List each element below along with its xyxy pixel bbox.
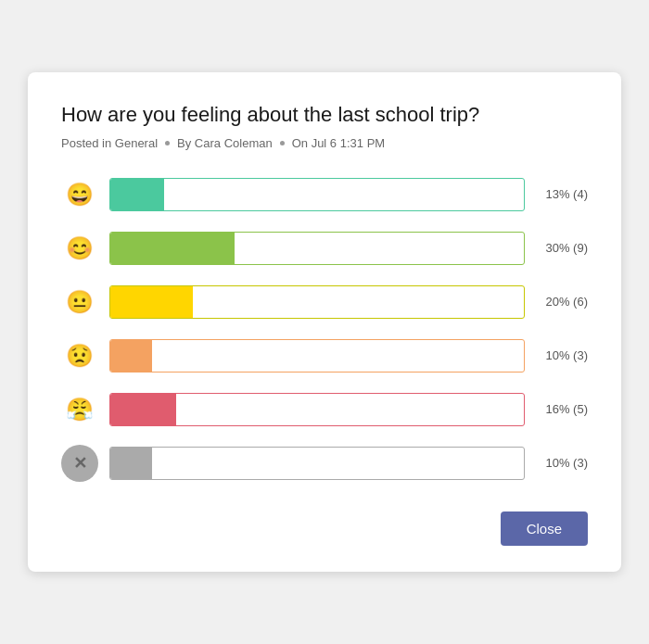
sad-emoji: 😟 [61,337,98,374]
bar-fill [110,179,164,210]
meta-by: By Cara Coleman [177,136,273,150]
none-emoji: ✕ [61,445,98,482]
bar-label: 13% (4) [536,187,588,201]
neutral-emoji: 😐 [61,284,98,321]
bar-label: 16% (5) [536,402,588,416]
poll-row: 😄13% (4) [61,176,588,213]
angry-emoji: 😤 [61,391,98,428]
bar-label: 10% (3) [536,456,588,470]
meta-dot-2 [280,141,285,145]
bar-fill [110,448,152,479]
bar-container [109,178,525,211]
meta-posted: Posted in General [61,136,158,150]
poll-row: 😊30% (9) [61,230,588,267]
poll-row: 😟10% (3) [61,337,588,374]
very-happy-emoji: 😄 [61,176,98,213]
bar-container [109,393,525,426]
poll-footer: Close [61,511,588,546]
bar-container [109,285,525,319]
bar-container [109,339,525,373]
close-button[interactable]: Close [501,511,588,546]
bar-label: 20% (6) [536,295,588,309]
bar-container [109,447,525,480]
meta-on: On Jul 6 1:31 PM [292,136,385,150]
bar-label: 30% (9) [536,241,588,255]
poll-row: 😤16% (5) [61,391,588,428]
bar-container [109,232,525,265]
happy-emoji: 😊 [61,230,98,267]
poll-title: How are you feeling about the last schoo… [61,102,588,129]
bar-fill [110,286,193,318]
poll-meta: Posted in General By Cara Coleman On Jul… [61,136,588,150]
bar-fill [110,233,235,264]
bar-fill [110,340,152,372]
poll-row: 😐20% (6) [61,284,588,321]
poll-card: How are you feeling about the last schoo… [28,72,621,572]
poll-rows: 😄13% (4)😊30% (9)😐20% (6)😟10% (3)😤16% (5)… [61,176,588,482]
bar-fill [110,394,176,425]
meta-dot-1 [165,141,170,145]
bar-label: 10% (3) [536,348,588,362]
poll-row: ✕10% (3) [61,445,588,482]
